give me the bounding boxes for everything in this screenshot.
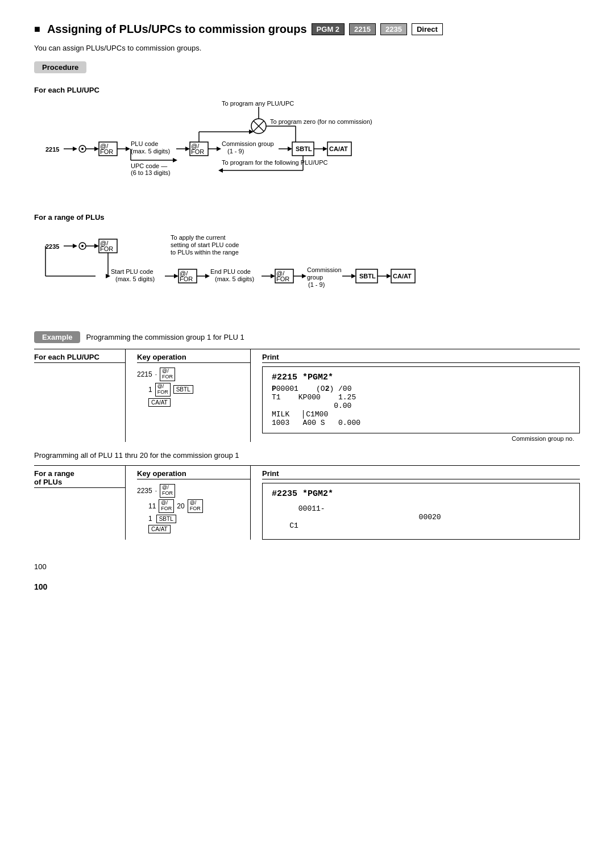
key-for21: @/FOR xyxy=(160,484,175,498)
badge-2215: 2215 xyxy=(349,23,376,35)
plu-code-label: PLU code xyxy=(131,140,158,147)
example2-col2: Key operation 2235 · @/FOR 11 @/FOR 20 @… xyxy=(125,466,250,540)
end-plu-digits: (max. 5 digits) xyxy=(215,276,254,282)
svg-marker-39 xyxy=(173,158,177,162)
print2-line-2: 00011- xyxy=(272,504,570,513)
print2-line-4: C1 xyxy=(272,521,570,530)
print-line-5: MILK C1M00 xyxy=(272,410,570,419)
example-header: Example Programming the commission group… xyxy=(34,331,580,343)
example1-col2-label: Key operation xyxy=(137,353,250,363)
example-desc: Programming the commission group 1 for P… xyxy=(86,333,244,341)
example-label: Example xyxy=(34,331,80,343)
print-line-3: T1 KP000 1.25 xyxy=(272,393,570,402)
example2-col1: For a range of PLUs xyxy=(34,466,125,540)
section1-title: For each PLU/UPC xyxy=(34,86,580,94)
diagram1: To program any PLU/UPC To program zero (… xyxy=(34,98,580,202)
svg-marker-57 xyxy=(174,274,179,278)
svg-marker-10 xyxy=(94,147,99,151)
key-20: 20 xyxy=(177,502,184,510)
print2-line-3: 00020 xyxy=(272,513,570,521)
badge-direct: Direct xyxy=(412,23,443,35)
procedure-label: Procedure xyxy=(34,61,86,73)
svg-marker-77 xyxy=(387,274,391,278)
svg-marker-64 xyxy=(271,274,275,278)
svg-text:FOR: FOR xyxy=(180,276,193,282)
key-op-row-1: 2215 · @/FOR xyxy=(137,368,250,381)
svg-marker-15 xyxy=(126,147,130,151)
svg-marker-48 xyxy=(94,244,99,248)
page-number: 100 xyxy=(34,562,580,571)
commission-note: Commission group no. xyxy=(262,435,574,442)
svg-text:FOR: FOR xyxy=(276,276,289,282)
svg-text:SBTL: SBTL xyxy=(359,273,376,279)
example2-col2-label: Key operation xyxy=(137,469,250,479)
upc-digits: (6 to 13 digits) xyxy=(131,169,171,176)
print-line-4: 0.00 xyxy=(272,402,570,410)
commission-label2: Commission xyxy=(307,266,342,273)
plu-digits: (max. 5 digits) xyxy=(131,148,170,155)
key-op-items-1: 2215 · @/FOR 1 @/FOR SBTL CA/AT xyxy=(137,368,250,407)
diagram2: 2235 @/ FOR To apply the current setting… xyxy=(34,225,580,318)
svg-text:group: group xyxy=(307,274,323,281)
key-1: 1 xyxy=(148,386,152,394)
diagram1-svg: To program any PLU/UPC To program zero (… xyxy=(34,98,546,200)
key-op-row-23: 1 SBTL xyxy=(148,515,250,523)
svg-marker-25 xyxy=(217,147,221,151)
key-for22: @/FOR xyxy=(159,499,174,513)
svg-marker-17 xyxy=(185,147,190,151)
end-plu-label: End PLU code xyxy=(210,268,251,275)
svg-text:(1 - 9): (1 - 9) xyxy=(308,281,325,288)
svg-marker-73 xyxy=(351,274,356,278)
example-section: Example Programming the commission group… xyxy=(34,331,580,540)
print-line-6: 1003 A00 S 0.000 xyxy=(272,419,570,427)
print-box-1: #2215 *PGM2* P00001 (O2) /00 T1 KP000 1.… xyxy=(262,366,580,433)
svg-marker-62 xyxy=(205,274,210,278)
upc-label: UPC code — xyxy=(131,162,167,169)
svg-text:(1 - 9): (1 - 9) xyxy=(227,148,244,155)
key-op-row-2: 1 @/FOR SBTL xyxy=(148,383,250,397)
example1-col1-label: For each PLU/UPC xyxy=(34,353,125,363)
key-for1: @/FOR xyxy=(160,368,175,381)
key-op-row-22: 11 @/FOR 20 @/FOR xyxy=(148,499,250,513)
example1-col3: Print #2215 *PGM2* P00001 (O2) /00 T1 KP… xyxy=(250,349,580,442)
example1-table: For each PLU/UPC Key operation 2215 · @/… xyxy=(34,349,580,442)
commission-label: Commission group xyxy=(222,140,274,147)
key-sbtl2: SBTL xyxy=(156,515,176,523)
svg-text:SBTL: SBTL xyxy=(296,145,312,152)
badge-pgm2: PGM 2 xyxy=(312,23,345,35)
print-line-2: P00001 (O2) /00 xyxy=(272,385,570,393)
page-title-row: ■ Assigning of PLUs/UPCs to commission g… xyxy=(34,23,580,36)
note-apply3: to PLUs within the range xyxy=(171,249,239,256)
note-apply2: setting of start PLU code xyxy=(171,241,239,248)
print2-line-1: #2235 *PGM2* xyxy=(272,489,570,499)
key-op-items-2: 2235 · @/FOR 11 @/FOR 20 @/FOR 1 SBTL xyxy=(137,484,250,533)
start-2235: 2235 xyxy=(45,243,59,250)
key-1b: 1 xyxy=(148,515,152,523)
start-plu-label: Start PLU code xyxy=(111,268,154,275)
svg-text:CA/AT: CA/AT xyxy=(393,273,412,279)
key-caat2: CA/AT xyxy=(148,525,171,533)
key-dot1: · xyxy=(155,370,157,378)
key-for23: @/FOR xyxy=(188,499,203,513)
key-11: 11 xyxy=(148,502,156,510)
key-dot2: · xyxy=(155,487,157,495)
note-zero: To program zero (for no commission) xyxy=(270,118,372,125)
key-2215: 2215 xyxy=(137,370,152,378)
key-caat1: CA/AT xyxy=(148,398,171,407)
svg-text:CA/AT: CA/AT xyxy=(329,145,348,152)
svg-marker-44 xyxy=(73,244,77,248)
example2-col3-label: Print xyxy=(262,469,580,479)
note-following: To program for the following PLU/UPC xyxy=(222,159,328,166)
subtitle: You can assign PLUs/UPCs to commission g… xyxy=(34,44,580,52)
diagram2-svg: 2235 @/ FOR To apply the current setting… xyxy=(34,225,546,316)
svg-marker-69 xyxy=(302,274,306,278)
note-any-plu: To program any PLU/UPC xyxy=(222,100,294,107)
svg-marker-6 xyxy=(73,147,77,151)
key-op-row-21: 2235 · @/FOR xyxy=(137,484,250,498)
key-sbtl1: SBTL xyxy=(173,385,193,394)
example2-col3: Print #2235 *PGM2* 00011- 00020 C1 xyxy=(250,466,580,540)
key-for2: @/FOR xyxy=(155,383,171,397)
badge-2235: 2235 xyxy=(380,23,407,35)
svg-text:FOR: FOR xyxy=(191,148,204,155)
example-desc2: Programming all of PLU 11 thru 20 for th… xyxy=(34,451,580,460)
